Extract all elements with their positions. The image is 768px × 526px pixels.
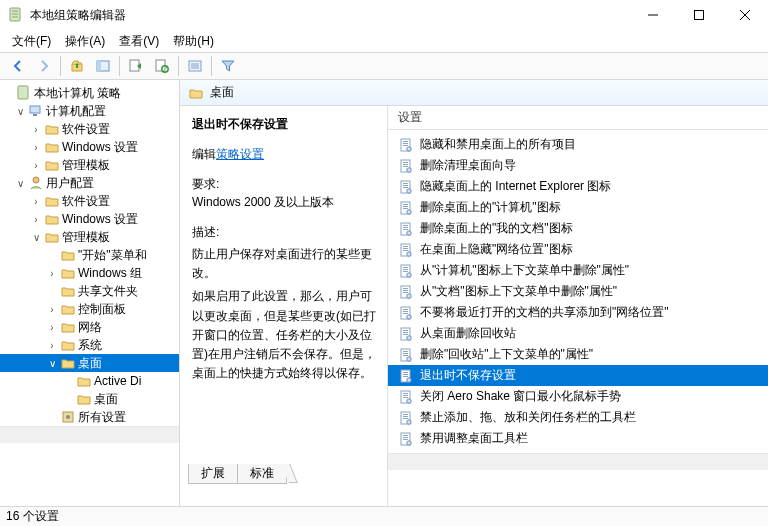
svg-rect-64: [403, 309, 408, 310]
expand-icon[interactable]: ›: [30, 214, 42, 225]
back-button[interactable]: [6, 54, 30, 78]
expand-icon[interactable]: ›: [30, 142, 42, 153]
svg-rect-26: [403, 145, 408, 146]
list-item[interactable]: 从"文档"图标上下文菜单中删除"属性": [388, 281, 768, 302]
status-bar: 16 个设置: [0, 506, 768, 526]
tree-computer-config[interactable]: ∨ 计算机配置: [0, 102, 180, 120]
list-item[interactable]: 隐藏和禁用桌面上的所有项目: [388, 134, 768, 155]
svg-rect-54: [403, 267, 408, 268]
menu-view[interactable]: 查看(V): [113, 31, 165, 52]
policy-item-icon: [398, 305, 414, 321]
tree-pane[interactable]: 本地计算机 策略 ∨ 计算机配置 › 软件设置 › Windows 设置 › 管…: [0, 80, 180, 506]
svg-point-57: [407, 272, 411, 276]
list-horizontal-scrollbar[interactable]: [388, 453, 768, 470]
tree-user-windows-settings[interactable]: › Windows 设置: [0, 210, 180, 228]
list-item[interactable]: 删除清理桌面向导: [388, 155, 768, 176]
svg-rect-36: [403, 187, 408, 188]
list-item[interactable]: 从桌面删除回收站: [388, 323, 768, 344]
list-item[interactable]: 禁用调整桌面工具栏: [388, 428, 768, 449]
list-item[interactable]: 从"计算机"图标上下文菜单中删除"属性": [388, 260, 768, 281]
svg-rect-44: [403, 225, 408, 226]
tree-user-config[interactable]: ∨ 用户配置: [0, 174, 180, 192]
menu-action[interactable]: 操作(A): [59, 31, 111, 52]
svg-rect-76: [403, 355, 408, 356]
tree-windows-group[interactable]: › Windows 组: [0, 264, 180, 282]
status-text: 16 个设置: [6, 508, 59, 525]
list-item[interactable]: 隐藏桌面上的 Internet Explorer 图标: [388, 176, 768, 197]
expand-icon[interactable]: ›: [46, 268, 58, 279]
tree-user-admin-templates[interactable]: ∨ 管理模板: [0, 228, 180, 246]
expand-icon[interactable]: ∨: [46, 358, 58, 369]
expand-icon[interactable]: ›: [30, 124, 42, 135]
list-item[interactable]: 删除桌面上的"计算机"图标: [388, 197, 768, 218]
svg-rect-10: [130, 60, 139, 71]
svg-rect-5: [695, 11, 704, 20]
list-item-label: 在桌面上隐藏"网络位置"图标: [420, 241, 573, 258]
expand-icon[interactable]: ›: [46, 340, 58, 351]
list-item[interactable]: 关闭 Aero Shake 窗口最小化鼠标手势: [388, 386, 768, 407]
refresh-button[interactable]: [150, 54, 174, 78]
list-item[interactable]: 退出时不保存设置: [388, 365, 768, 386]
expand-icon[interactable]: ∨: [30, 232, 42, 243]
folder-icon: [60, 283, 76, 299]
policy-item-icon: [398, 137, 414, 153]
tree-desktop[interactable]: ∨ 桌面: [0, 354, 180, 372]
filter-button[interactable]: [216, 54, 240, 78]
expand-icon[interactable]: ∨: [14, 106, 26, 117]
title-bar: 本地组策略编辑器: [0, 0, 768, 30]
tree-network[interactable]: › 网络: [0, 318, 180, 336]
svg-point-47: [407, 230, 411, 234]
folder-open-icon: [60, 355, 76, 371]
tree-root[interactable]: 本地计算机 策略: [0, 84, 180, 102]
close-button[interactable]: [722, 0, 768, 30]
svg-rect-17: [18, 86, 28, 99]
tree-windows-settings[interactable]: › Windows 设置: [0, 138, 180, 156]
expand-icon[interactable]: ›: [30, 196, 42, 207]
list-item[interactable]: 删除"回收站"上下文菜单的"属性": [388, 344, 768, 365]
folder-icon: [44, 157, 60, 173]
svg-rect-86: [403, 397, 408, 398]
properties-button[interactable]: [183, 54, 207, 78]
folder-icon: [44, 139, 60, 155]
menu-help[interactable]: 帮助(H): [167, 31, 220, 52]
tree-admin-templates[interactable]: › 管理模板: [0, 156, 180, 174]
tree-control-panel[interactable]: › 控制面板: [0, 300, 180, 318]
tree-system[interactable]: › 系统: [0, 336, 180, 354]
forward-button[interactable]: [32, 54, 56, 78]
tree-horizontal-scrollbar[interactable]: [0, 426, 179, 443]
tree-all-settings[interactable]: 所有设置: [0, 408, 180, 426]
svg-rect-46: [403, 229, 408, 230]
column-header-setting[interactable]: 设置: [388, 106, 768, 130]
svg-rect-81: [403, 376, 408, 377]
up-button[interactable]: [65, 54, 89, 78]
tree-software-settings[interactable]: › 软件设置: [0, 120, 180, 138]
list-item-label: 删除桌面上的"我的文档"图标: [420, 220, 573, 237]
expand-icon[interactable]: ∨: [14, 178, 26, 189]
menu-file[interactable]: 文件(F): [6, 31, 57, 52]
svg-rect-74: [403, 351, 408, 352]
svg-point-22: [66, 415, 70, 419]
policy-settings-link[interactable]: 策略设置: [216, 147, 264, 161]
list-item[interactable]: 在桌面上隐藏"网络位置"图标: [388, 239, 768, 260]
expand-icon[interactable]: ›: [46, 304, 58, 315]
maximize-button[interactable]: [676, 0, 722, 30]
tree-active-directory[interactable]: Active Di: [0, 372, 180, 390]
tree-shared-folders[interactable]: 共享文件夹: [0, 282, 180, 300]
tree-desktop-sub[interactable]: 桌面: [0, 390, 180, 408]
list-item[interactable]: 禁止添加、拖、放和关闭任务栏的工具栏: [388, 407, 768, 428]
export-button[interactable]: [124, 54, 148, 78]
list-item[interactable]: 不要将最近打开的文档的共享添加到"网络位置": [388, 302, 768, 323]
expand-icon[interactable]: ›: [46, 322, 58, 333]
show-hide-tree-button[interactable]: [91, 54, 115, 78]
list-item-label: 从"计算机"图标上下文菜单中删除"属性": [420, 262, 629, 279]
list-item[interactable]: 删除桌面上的"我的文档"图标: [388, 218, 768, 239]
tree-user-software-settings[interactable]: › 软件设置: [0, 192, 180, 210]
expand-icon[interactable]: ›: [30, 160, 42, 171]
minimize-button[interactable]: [630, 0, 676, 30]
list-item-label: 从桌面删除回收站: [420, 325, 516, 342]
tab-extended[interactable]: 扩展: [188, 464, 238, 484]
tree-start-menu[interactable]: "开始"菜单和: [0, 246, 180, 264]
tab-standard[interactable]: 标准: [237, 464, 287, 484]
svg-rect-75: [403, 353, 408, 354]
policy-item-icon: [398, 284, 414, 300]
